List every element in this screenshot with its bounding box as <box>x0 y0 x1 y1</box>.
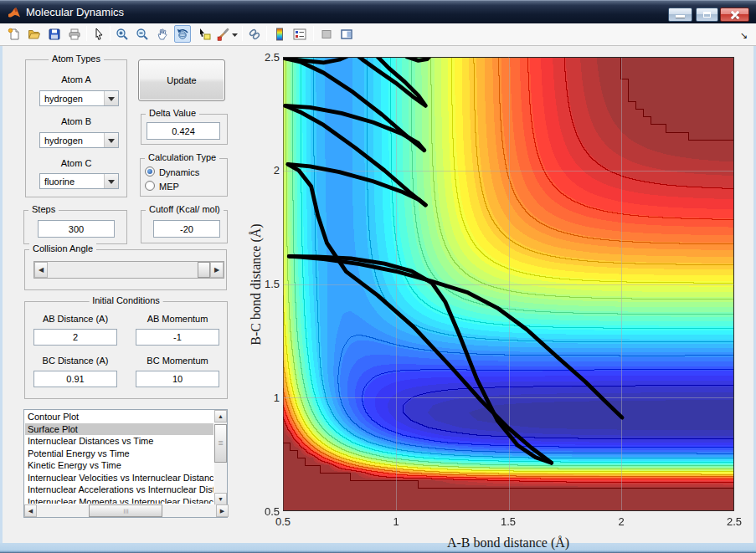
close-icon <box>721 8 748 21</box>
list-item[interactable]: Potential Energy vs Time <box>25 448 213 460</box>
atom-c-dropdown[interactable]: fluorine <box>39 173 119 189</box>
zoom-in-icon[interactable] <box>114 25 131 43</box>
zoom-out-icon[interactable] <box>134 25 151 43</box>
list-item[interactable]: Kinetic Energy vs Time <box>25 459 213 472</box>
ab-distance-field[interactable]: 2 <box>33 329 117 346</box>
toolbar-separator <box>313 26 314 41</box>
atom-types-title: Atom Types <box>49 54 104 64</box>
slider-thumb[interactable] <box>198 262 210 278</box>
open-file-icon[interactable] <box>26 25 43 43</box>
window-border-bottom <box>0 543 756 553</box>
atom-c-value: fluorine <box>40 174 104 188</box>
calculation-type-title: Calculation Type <box>145 152 219 162</box>
window-title: Molecular Dynamics <box>26 6 124 18</box>
restore-button[interactable] <box>696 8 718 22</box>
dropdown-arrow-icon[interactable] <box>104 133 118 147</box>
cutoff-title: Cutoff (Kcal/ mol) <box>146 204 224 214</box>
atom-b-label: Atom B <box>33 116 119 126</box>
figure-toolbar: ↘ <box>0 23 756 46</box>
hide-toolbar-arrow-icon[interactable]: ↘ <box>740 30 748 41</box>
plot-type-listbox[interactable]: Contour Plot Surface Plot Internuclear D… <box>23 409 228 518</box>
initial-conditions-title: Initial Conditions <box>89 295 163 305</box>
update-button[interactable]: Update <box>138 59 225 101</box>
horizontal-scrollbar[interactable]: ◀ ☰ ▶ <box>24 504 229 517</box>
save-figure-icon[interactable] <box>46 25 63 43</box>
minimize-button[interactable] <box>668 8 692 22</box>
minimize-icon <box>676 15 685 18</box>
scroll-down-arrow[interactable]: ▼ <box>214 493 227 505</box>
bc-momentum-field[interactable]: 10 <box>136 371 219 387</box>
pan-icon[interactable] <box>154 25 171 43</box>
bc-distance-field[interactable]: 0.91 <box>33 371 117 387</box>
delta-value-title: Delta Value <box>146 108 199 118</box>
collision-angle-slider[interactable]: ◀ ▶ <box>33 261 224 279</box>
list-item[interactable]: Internuclear Distances vs Time <box>25 435 213 448</box>
y-tick: 2 <box>253 164 280 177</box>
listbox-items: Contour Plot Surface Plot Internuclear D… <box>25 411 213 504</box>
scroll-right-arrow[interactable]: ▶ <box>216 504 229 517</box>
vertical-scroll-thumb[interactable]: ☰ <box>214 424 227 463</box>
atom-a-value: hydrogen <box>40 91 104 105</box>
matlab-icon <box>8 6 21 19</box>
atom-b-dropdown[interactable]: hydrogen <box>39 132 119 148</box>
toolbar-separator <box>110 26 111 41</box>
steps-field[interactable]: 300 <box>38 220 115 238</box>
hide-plot-tools-icon[interactable] <box>318 25 335 43</box>
insert-legend-icon[interactable] <box>291 25 308 43</box>
scroll-up-arrow[interactable]: ▲ <box>214 410 227 422</box>
toolbar-separator <box>242 26 243 41</box>
calculation-type-group: Calculation Type <box>140 158 228 197</box>
dynamics-radio[interactable] <box>145 166 155 177</box>
ab-momentum-field[interactable]: -1 <box>136 329 219 346</box>
slider-left-arrow[interactable]: ◀ <box>34 262 48 278</box>
show-plot-tools-icon[interactable] <box>338 25 355 43</box>
x-tick: 1.5 <box>491 515 525 528</box>
vertical-scrollbar[interactable]: ▲ ☰ ▼ <box>214 410 227 505</box>
cutoff-field[interactable]: -20 <box>153 220 220 238</box>
list-item[interactable]: Internuclear Accelerations vs Internucle… <box>25 484 213 496</box>
dropdown-arrow-icon[interactable] <box>104 174 118 188</box>
list-item[interactable]: Surface Plot <box>25 423 213 436</box>
toolbar-separator <box>86 26 87 41</box>
link-plot-icon[interactable] <box>246 25 263 43</box>
list-item[interactable]: Internuclear Momenta vs Internuclear Dis… <box>25 496 213 504</box>
atom-a-label: Atom A <box>33 74 119 84</box>
list-item[interactable]: Internuclear Velocities vs Internuclear … <box>25 472 213 484</box>
slider-right-arrow[interactable]: ▶ <box>210 262 224 278</box>
close-button[interactable] <box>720 8 749 22</box>
mep-radio[interactable] <box>145 181 155 191</box>
print-figure-icon[interactable] <box>66 25 83 43</box>
cursor-icon[interactable] <box>90 25 107 43</box>
y-tick: 0.5 <box>253 505 280 518</box>
bc-momentum-label: BC Momentum <box>136 356 219 366</box>
list-item[interactable]: Contour Plot <box>25 411 213 423</box>
pes-contour-plot[interactable] <box>283 57 734 511</box>
horizontal-scroll-thumb[interactable]: ☰ <box>89 504 162 517</box>
insert-colorbar-icon[interactable] <box>271 25 288 43</box>
data-cursor-icon[interactable] <box>196 25 213 43</box>
atom-b-value: hydrogen <box>40 133 104 147</box>
brush-data-icon[interactable] <box>214 25 231 43</box>
y-axis-label: B-C bond distance (Å) <box>249 223 264 345</box>
rotate-3d-icon[interactable] <box>174 25 191 43</box>
atom-c-label: Atom C <box>33 158 119 168</box>
delta-value-field[interactable]: 0.424 <box>147 122 220 140</box>
scroll-left-arrow[interactable]: ◀ <box>24 504 37 517</box>
toolbar-separator <box>266 26 267 41</box>
mep-label: MEP <box>159 182 179 192</box>
dynamics-label: Dynamics <box>159 167 199 177</box>
ab-distance-label: AB Distance (A) <box>33 314 117 324</box>
atom-a-dropdown[interactable]: hydrogen <box>39 90 119 106</box>
slider-track[interactable] <box>48 262 210 278</box>
window: Molecular Dynamics ↘ Atom Types Ato <box>0 0 756 553</box>
y-tick: 2.5 <box>253 51 280 64</box>
dropdown-arrow-icon[interactable] <box>104 91 118 105</box>
brush-dropdown-caret[interactable] <box>230 25 239 43</box>
new-figure-icon[interactable] <box>6 25 23 43</box>
title-bar[interactable]: Molecular Dynamics <box>0 0 756 23</box>
x-axis-label: A-B bond distance (Å) <box>447 535 569 550</box>
ab-momentum-label: AB Momentum <box>136 314 219 324</box>
x-tick: 2.5 <box>717 515 751 528</box>
x-tick: 1 <box>379 515 413 528</box>
x-tick: 2 <box>604 515 638 528</box>
